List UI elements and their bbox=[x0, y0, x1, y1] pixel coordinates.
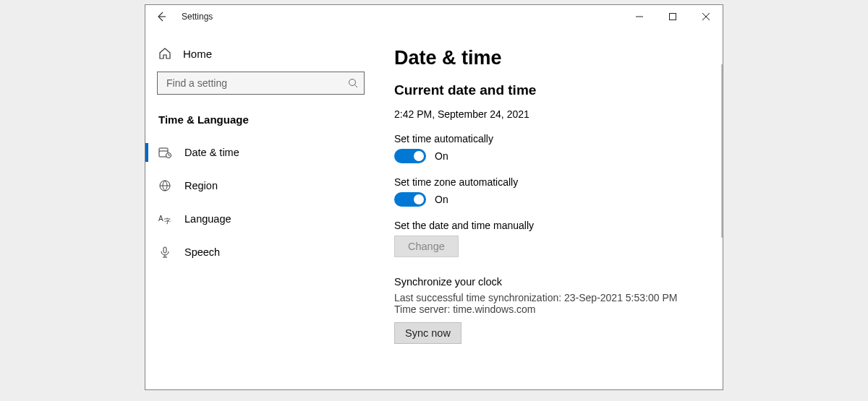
sidebar-item-language[interactable]: A字 Language bbox=[145, 202, 376, 236]
sidebar-item-label: Speech bbox=[184, 246, 220, 258]
set-time-auto-state: On bbox=[435, 150, 448, 162]
section-current-heading: Current date and time bbox=[394, 82, 702, 98]
microphone-icon bbox=[158, 246, 171, 259]
sidebar-item-speech[interactable]: Speech bbox=[145, 236, 376, 269]
sync-heading: Synchronize your clock bbox=[394, 276, 702, 288]
scrollbar[interactable] bbox=[721, 64, 723, 238]
set-tz-auto-state: On bbox=[435, 194, 448, 205]
svg-text:A: A bbox=[158, 215, 163, 223]
page-title: Date & time bbox=[394, 47, 702, 69]
maximize-icon bbox=[669, 13, 676, 20]
svg-line-5 bbox=[355, 85, 358, 88]
language-icon: A字 bbox=[158, 212, 171, 225]
set-time-auto-toggle[interactable] bbox=[394, 149, 426, 163]
close-button[interactable] bbox=[689, 5, 723, 28]
search-container bbox=[157, 72, 365, 95]
svg-text:字: 字 bbox=[164, 217, 171, 225]
sidebar-item-region[interactable]: Region bbox=[145, 169, 376, 202]
sidebar-item-date-time[interactable]: Date & time bbox=[145, 136, 376, 169]
current-datetime: 2:42 PM, September 24, 2021 bbox=[394, 108, 702, 120]
titlebar: Settings bbox=[145, 5, 723, 28]
search-input-wrap[interactable] bbox=[157, 72, 365, 95]
svg-rect-12 bbox=[163, 247, 166, 253]
svg-point-4 bbox=[349, 79, 356, 86]
settings-window: Settings Home bbox=[145, 4, 723, 390]
sidebar-home-label: Home bbox=[183, 48, 212, 60]
change-button[interactable]: Change bbox=[394, 236, 459, 257]
app-title: Settings bbox=[182, 12, 213, 22]
sidebar: Home Time & Language Date & time R bbox=[145, 28, 377, 389]
maximize-button[interactable] bbox=[656, 5, 689, 28]
search-icon bbox=[348, 78, 358, 88]
minimize-icon bbox=[636, 13, 643, 20]
home-icon bbox=[158, 47, 171, 60]
sidebar-category: Time & Language bbox=[145, 106, 376, 136]
sync-server: Time server: time.windows.com bbox=[394, 303, 702, 315]
date-time-icon bbox=[158, 146, 171, 159]
set-time-auto-label: Set time automatically bbox=[394, 133, 702, 145]
sync-last: Last successful time synchronization: 23… bbox=[394, 292, 702, 303]
body: Home Time & Language Date & time R bbox=[145, 28, 723, 389]
globe-icon bbox=[158, 179, 171, 192]
manual-label: Set the date and time manually bbox=[394, 220, 702, 231]
search-input[interactable] bbox=[165, 77, 348, 90]
window-controls bbox=[623, 5, 723, 28]
content: Date & time Current date and time 2:42 P… bbox=[377, 28, 723, 389]
svg-rect-1 bbox=[670, 14, 676, 20]
sidebar-item-label: Date & time bbox=[184, 147, 239, 158]
set-tz-auto-toggle[interactable] bbox=[394, 192, 426, 207]
set-tz-auto-label: Set time zone automatically bbox=[394, 176, 702, 188]
close-icon bbox=[702, 13, 710, 20]
sync-now-button[interactable]: Sync now bbox=[394, 322, 461, 344]
back-arrow-icon bbox=[156, 11, 167, 22]
sidebar-home[interactable]: Home bbox=[145, 40, 376, 69]
minimize-button[interactable] bbox=[623, 5, 656, 28]
sidebar-item-label: Language bbox=[184, 213, 231, 225]
back-button[interactable] bbox=[145, 5, 177, 28]
sidebar-item-label: Region bbox=[184, 180, 218, 191]
